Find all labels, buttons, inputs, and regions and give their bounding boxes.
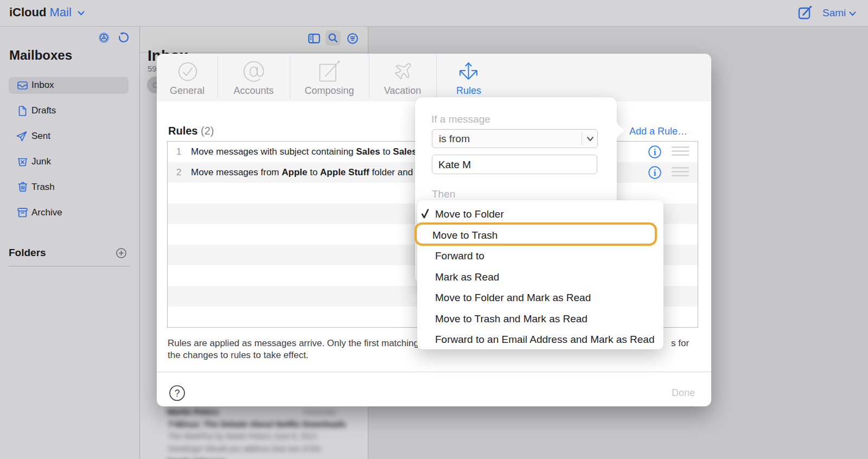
svg-text:i: i (654, 168, 656, 178)
svg-text:i: i (654, 147, 656, 157)
svg-text:?: ? (175, 387, 180, 398)
